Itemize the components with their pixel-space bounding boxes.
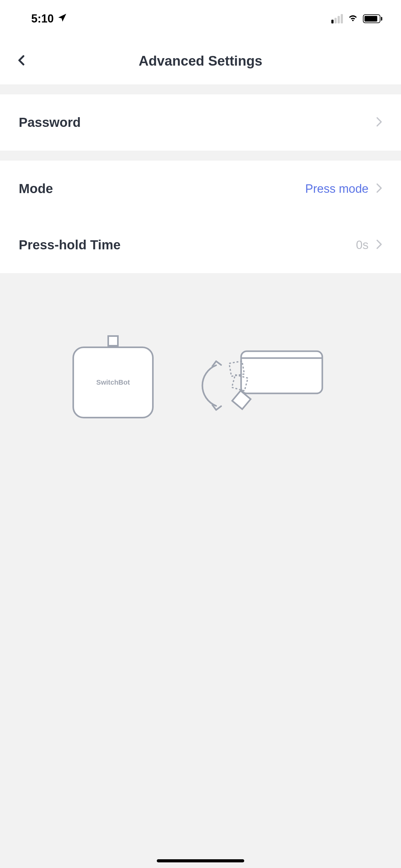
mode-value: Press mode [305, 182, 369, 195]
wifi-icon [347, 12, 359, 25]
device-press-illustration [197, 342, 329, 423]
section-gap [0, 84, 401, 94]
section-gap [0, 151, 401, 161]
device-label: SwitchBot [96, 378, 130, 386]
header: Advanced Settings [0, 37, 401, 84]
status-time: 5:10 [31, 12, 54, 25]
status-indicators [331, 12, 382, 25]
press-hold-label: Press-hold Time [19, 238, 121, 252]
row-password[interactable]: Password [0, 94, 401, 151]
status-time-group: 5:10 [31, 12, 67, 25]
chevron-right-icon [376, 183, 382, 194]
chevron-right-icon [376, 117, 382, 128]
cellular-icon [331, 14, 343, 24]
illustration-area: SwitchBot [0, 273, 401, 423]
device-bot-illustration: SwitchBot [72, 346, 154, 418]
row-press-hold[interactable]: Press-hold Time 0s [0, 217, 401, 273]
battery-icon [363, 14, 382, 23]
chevron-right-icon [376, 239, 382, 251]
location-icon [58, 12, 67, 25]
back-button[interactable] [15, 54, 28, 68]
mode-label: Mode [19, 181, 53, 196]
home-indicator[interactable] [157, 859, 244, 862]
row-mode[interactable]: Mode Press mode [0, 161, 401, 217]
password-label: Password [19, 115, 80, 130]
status-bar: 5:10 [0, 0, 401, 37]
press-hold-value: 0s [356, 239, 369, 252]
page-title: Advanced Settings [139, 53, 262, 69]
